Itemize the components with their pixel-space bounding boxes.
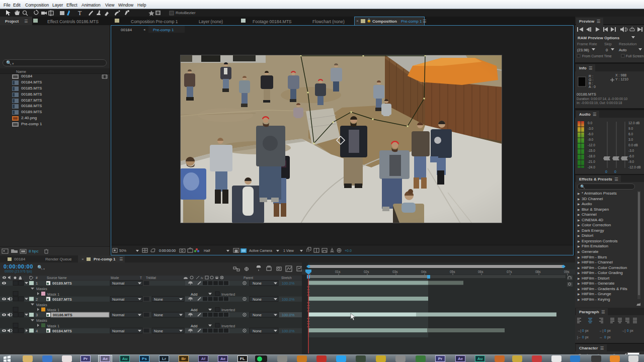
svg-text:Y : 1210: Y : 1210: [615, 77, 628, 81]
svg-text:|←: |←: [577, 335, 581, 339]
svg-text:08s: 08s: [535, 270, 541, 274]
svg-text:TrkMat: TrkMat: [146, 276, 156, 280]
svg-text:-18.0: -18.0: [588, 154, 595, 158]
svg-text:From Current Time: From Current Time: [582, 54, 612, 58]
svg-text:0: 0: [582, 335, 584, 339]
svg-text:Normal: Normal: [112, 329, 125, 333]
svg-text:Resolution: Resolution: [619, 42, 636, 46]
svg-text:-9.0: -9.0: [588, 138, 594, 141]
svg-text:px: px: [585, 329, 589, 333]
svg-text:px: px: [585, 335, 589, 339]
svg-text:Inverted: Inverted: [221, 324, 235, 328]
svg-text:None: None: [154, 313, 163, 317]
svg-text:05s: 05s: [450, 270, 455, 274]
svg-text:T: T: [140, 276, 142, 280]
svg-text:RotoBezier: RotoBezier: [176, 11, 196, 15]
svg-text:3: 3: [36, 313, 38, 317]
svg-text:Add: Add: [191, 308, 197, 312]
svg-text:G :: G :: [589, 78, 593, 81]
svg-text:Add: Add: [191, 324, 197, 328]
svg-text:fx: fx: [201, 277, 204, 280]
svg-text:Normal: Normal: [112, 281, 125, 286]
svg-text:-12.0: -12.0: [588, 143, 595, 147]
svg-text:07s: 07s: [507, 270, 512, 274]
svg-text:-3.0: -3.0: [588, 127, 594, 130]
svg-text:None: None: [253, 297, 262, 302]
svg-text:X : 988: X : 988: [615, 73, 626, 77]
svg-text:-6.0: -6.0: [588, 132, 594, 136]
svg-text:Masks: Masks: [36, 303, 47, 307]
svg-text:-6.0: -6.0: [628, 154, 634, 158]
svg-text:Inverted: Inverted: [221, 292, 235, 297]
svg-text:Frame Rate: Frame Rate: [577, 42, 597, 46]
svg-text:0: 0: [605, 170, 607, 173]
svg-text:-21.0: -21.0: [588, 160, 595, 163]
svg-text:In: -0:00:03:19, Out: 0:00:03:: In: -0:00:03:19, Out: 0:00:03:18: [577, 101, 622, 105]
svg-text:50%: 50%: [119, 249, 126, 252]
svg-text:Inverted: Inverted: [221, 308, 235, 312]
svg-text:Parent: Parent: [244, 276, 253, 280]
svg-text:px: px: [607, 329, 611, 333]
svg-text:9.0: 9.0: [628, 127, 633, 130]
svg-text:None: None: [253, 313, 262, 317]
svg-text:0: 0: [604, 335, 606, 339]
svg-text:0: 0: [606, 48, 608, 52]
svg-text:#: #: [36, 276, 38, 280]
svg-text:02s: 02s: [364, 270, 369, 274]
svg-text:-24.0: -24.0: [588, 165, 595, 169]
svg-text:Mask 1: Mask 1: [47, 324, 59, 328]
svg-text:00184.MTS: 00184.MTS: [52, 329, 72, 333]
svg-text:R :: R :: [589, 74, 593, 78]
svg-text:RAM Preview Options: RAM Preview Options: [578, 36, 620, 40]
svg-text:None: None: [154, 297, 163, 302]
svg-text:1: 1: [36, 281, 38, 286]
svg-text:00187.MTS: 00187.MTS: [52, 297, 72, 302]
svg-text:3.0: 3.0: [628, 138, 633, 141]
svg-text:-3.0: -3.0: [628, 149, 634, 152]
svg-text:100.0%: 100.0%: [282, 313, 295, 317]
svg-text:00186.MTS: 00186.MTS: [577, 92, 596, 97]
svg-text:Skip: Skip: [604, 42, 612, 46]
svg-text:Masks: Masks: [36, 318, 47, 323]
svg-text:Duration: 0:00:07:14, Δ -0:00:: Duration: 0:00:07:14, Δ -0:00:00:10: [577, 97, 628, 101]
svg-text:0: 0: [614, 170, 616, 173]
svg-text:px: px: [607, 335, 611, 339]
svg-text:-12.0 dB: -12.0 dB: [628, 165, 641, 169]
svg-text:00186.MTS: 00186.MTS: [53, 313, 72, 317]
svg-text:Half: Half: [204, 249, 210, 252]
svg-text:100.0%: 100.0%: [282, 281, 295, 286]
svg-text:8 bpc: 8 bpc: [29, 249, 39, 253]
svg-text:0: 0: [604, 329, 606, 332]
svg-text:←|: ←|: [599, 329, 604, 333]
svg-text:B :: B :: [589, 81, 593, 85]
svg-text:0: 0: [582, 329, 584, 332]
svg-text:04s: 04s: [421, 270, 427, 274]
svg-text:+0.0: +0.0: [345, 249, 352, 252]
svg-text:0: 0: [627, 329, 629, 332]
svg-text:4: 4: [36, 329, 38, 333]
svg-text:T: T: [78, 10, 82, 17]
svg-text:01s: 01s: [335, 270, 341, 274]
svg-text:Stretch: Stretch: [281, 276, 292, 280]
svg-text:00189.MTS: 00189.MTS: [52, 281, 72, 286]
svg-text:Mask 1: Mask 1: [47, 308, 59, 312]
svg-text:6.0: 6.0: [628, 132, 633, 136]
svg-text:Source Name: Source Name: [47, 276, 67, 280]
svg-text:None: None: [154, 329, 163, 333]
svg-text:-15.0: -15.0: [588, 149, 595, 152]
svg-text:2: 2: [36, 297, 38, 302]
svg-text:A : 0: A : 0: [589, 85, 596, 88]
svg-text:Masks: Masks: [36, 287, 47, 291]
svg-text:0.0: 0.0: [588, 121, 592, 125]
svg-text:Active Camera: Active Camera: [249, 249, 272, 252]
svg-text:0:00:00:00: 0:00:00:00: [159, 249, 176, 252]
svg-text:09s: 09s: [564, 270, 570, 274]
svg-text:Normal: Normal: [112, 313, 125, 317]
svg-text:Auto: Auto: [619, 48, 626, 52]
svg-text:(23.98): (23.98): [577, 48, 589, 52]
svg-text:None: None: [253, 329, 262, 333]
svg-text:1 View: 1 View: [283, 249, 294, 252]
svg-text:100.0%: 100.0%: [282, 297, 295, 302]
svg-text:→|: →|: [621, 329, 626, 333]
svg-text:Add: Add: [191, 292, 197, 297]
